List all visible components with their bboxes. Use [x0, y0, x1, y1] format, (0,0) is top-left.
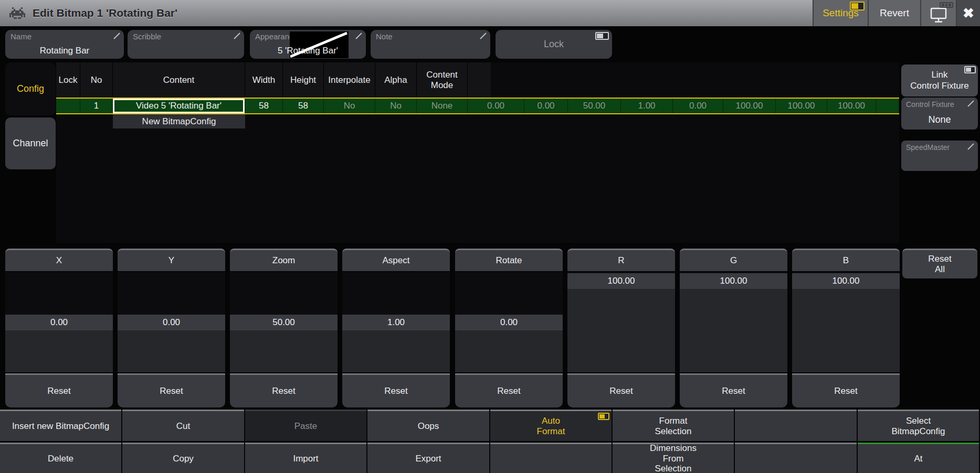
link-control-fixture-toggle-icon — [964, 66, 976, 73]
tab-channel[interactable]: Channel — [5, 117, 56, 169]
name-field-label: Name — [10, 32, 31, 41]
encoder-fader-aspect[interactable]: 1.00 — [342, 272, 450, 372]
encoder-reset-y-button[interactable]: Reset — [118, 373, 225, 407]
row-cell-interpolate[interactable]: No — [324, 99, 375, 113]
encoder-fader-y[interactable]: 0.00 — [118, 272, 225, 372]
encoder-value-bar-y[interactable]: 0.00 — [118, 315, 225, 330]
reset-all-button[interactable]: Reset All — [902, 249, 977, 278]
name-field[interactable]: Name Rotating Bar — [5, 30, 124, 59]
encoder-value-bar-g[interactable]: 100.00 — [680, 273, 787, 289]
row-cell-g[interactable]: 100.00 — [776, 99, 827, 113]
encoder-fader-x[interactable]: 0.00 — [5, 272, 113, 372]
format-selection-button-label: Format Selection — [655, 416, 692, 436]
encoder-value-bar-r[interactable]: 100.00 — [567, 273, 675, 289]
encoder-fader-zoom[interactable]: 50.00 — [230, 272, 338, 372]
at-button[interactable]: At — [858, 443, 979, 473]
row-cell-content_mode[interactable]: None — [417, 99, 468, 113]
note-field[interactable]: Note — [371, 30, 490, 59]
encoder-reset-g-button[interactable]: Reset — [680, 373, 787, 407]
toolbar-row2-empty-cell-7 — [735, 443, 857, 473]
dimensions-from-selection-button[interactable]: Dimensions From Selection — [613, 443, 734, 473]
control-fixture-label: Control Fixture — [906, 100, 954, 109]
close-button[interactable]: ✖ — [956, 0, 980, 26]
lock-label: Lock — [496, 30, 612, 59]
encoder-value-bar-rotate[interactable]: 0.00 — [455, 315, 563, 330]
encoder-reset-r-button[interactable]: Reset — [567, 373, 675, 407]
row-cell-height[interactable]: 58 — [283, 99, 324, 113]
encoder-header-b: B — [792, 249, 900, 271]
row-cell-zoom[interactable]: 50.00 — [568, 99, 621, 113]
edit-pencil-icon — [355, 32, 363, 40]
table-row[interactable]: 1Video 5 'Rotating Bar'5858NoNoNone0.000… — [56, 98, 899, 114]
at-button-label: At — [914, 454, 922, 464]
row-cell-aspect[interactable]: 1.00 — [621, 99, 673, 113]
row-cell-alpha[interactable]: No — [375, 99, 417, 113]
auto-format-toggle-icon — [598, 413, 609, 420]
edit-pencil-icon — [113, 32, 121, 40]
import-button[interactable]: Import — [245, 443, 366, 473]
row-cell-x[interactable]: 0.00 — [468, 99, 524, 113]
scribble-field-label: Scribble — [133, 32, 161, 41]
encoder-header-r: R — [567, 249, 675, 271]
row-cell-lock[interactable] — [56, 99, 80, 113]
encoder-fader-b[interactable]: 100.00 — [792, 272, 900, 372]
move-to-screen-button[interactable] — [920, 0, 956, 26]
format-selection-button[interactable]: Format Selection — [613, 410, 734, 441]
titlebar-buttons: Settings Revert ✖ — [813, 0, 980, 26]
encoder-fader-fill-g — [680, 289, 787, 372]
lock-toggle-button[interactable]: Lock — [496, 30, 612, 59]
encoder-fader-g[interactable]: 100.00 — [680, 272, 787, 372]
delete-button[interactable]: Delete — [0, 443, 121, 473]
encoder-reset-rotate-button[interactable]: Reset — [455, 373, 563, 407]
insert-new-bitmapconfig-button[interactable]: Insert new BitmapConfig — [0, 410, 121, 441]
row-cell-content[interactable]: Video 5 'Rotating Bar' — [113, 99, 245, 113]
encoder-reset-zoom-button[interactable]: Reset — [230, 373, 338, 407]
new-bitmapconfig-row[interactable]: New BitmapConfig — [113, 114, 245, 128]
row-cell-width[interactable]: 58 — [245, 99, 283, 113]
row-cell-no[interactable]: 1 — [80, 99, 113, 113]
encoder-header-aspect: Aspect — [342, 249, 450, 271]
row-cell-b[interactable]: 100.00 — [827, 99, 876, 113]
revert-label: Revert — [880, 7, 909, 19]
table-header-row: LockNoContentWidthHeightInterpolateAlpha… — [56, 62, 899, 98]
auto-format-button[interactable]: Auto Format — [490, 410, 612, 441]
encoder-reset-x-button[interactable]: Reset — [5, 373, 113, 407]
revert-button[interactable]: Revert — [868, 0, 920, 26]
delete-button-label: Delete — [48, 454, 73, 464]
encoder-header-zoom: Zoom — [230, 249, 338, 271]
encoder-fader-fill-rotate — [455, 330, 563, 372]
encoder-value-bar-x[interactable]: 0.00 — [5, 315, 113, 330]
encoder-value-bar-zoom[interactable]: 50.00 — [230, 315, 338, 330]
appearance-field[interactable]: Appearance 5 'Rotating Bar' — [250, 30, 366, 59]
encoder-reset-b-button[interactable]: Reset — [792, 373, 900, 407]
select-bitmapconfig-button[interactable]: Select BitmapConfig — [858, 410, 979, 441]
copy-button-label: Copy — [173, 454, 194, 464]
control-fixture-field[interactable]: Control Fixture None — [901, 98, 978, 130]
oops-button[interactable]: Oops — [367, 410, 489, 441]
encoder-fader-r[interactable]: 100.00 — [567, 272, 675, 372]
column-header-width: Width — [245, 62, 283, 98]
edit-pencil-icon — [967, 143, 975, 150]
cut-button[interactable]: Cut — [122, 410, 244, 441]
column-header-lock: Lock — [56, 62, 80, 98]
encoder-fader-rotate[interactable]: 0.00 — [455, 272, 563, 372]
paste-button[interactable]: Paste — [245, 410, 366, 441]
encoder-value-bar-b[interactable]: 100.00 — [792, 273, 900, 289]
row-cell-r[interactable]: 100.00 — [723, 99, 776, 113]
settings-button[interactable]: Settings — [813, 0, 868, 26]
scribble-field[interactable]: Scribble — [128, 30, 244, 59]
copy-button[interactable]: Copy — [122, 443, 244, 473]
encoder-header-g: G — [680, 249, 787, 271]
tab-config[interactable]: Config — [5, 62, 56, 115]
column-header-content_mode: Content Mode — [417, 62, 468, 98]
row-cell-rotate[interactable]: 0.00 — [673, 99, 723, 113]
link-control-fixture-button[interactable]: Link Control Fixture — [901, 64, 978, 96]
encoder-reset-aspect-button[interactable]: Reset — [342, 373, 450, 407]
encoder-value-bar-aspect[interactable]: 1.00 — [342, 315, 450, 330]
row-cell-y[interactable]: 0.00 — [524, 99, 568, 113]
lock-toggle-icon — [595, 32, 609, 40]
control-fixture-value: None — [901, 114, 978, 125]
export-button[interactable]: Export — [367, 443, 489, 473]
titlebar: Edit Bitmap 1 'Rotating Bar' Settings Re… — [0, 0, 980, 26]
speedmaster-field[interactable]: SpeedMaster — [901, 141, 978, 171]
